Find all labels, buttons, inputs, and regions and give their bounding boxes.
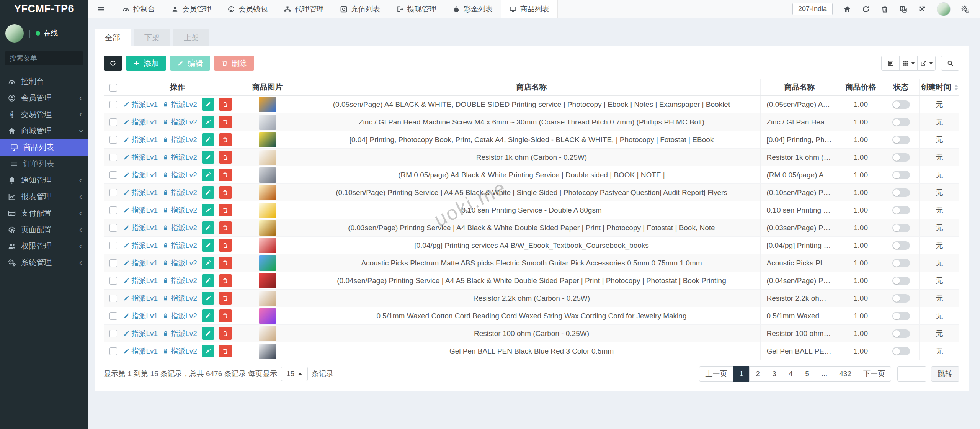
- prev-page-button[interactable]: 上一页: [699, 366, 733, 382]
- assign-lv1-link[interactable]: 指派Lv1: [123, 241, 158, 251]
- row-edit-button[interactable]: [202, 204, 214, 216]
- product-thumbnail[interactable]: [259, 273, 276, 288]
- status-toggle[interactable]: [892, 118, 910, 126]
- next-page-button[interactable]: 下一页: [857, 366, 891, 382]
- product-thumbnail[interactable]: [259, 150, 276, 165]
- row-edit-button[interactable]: [202, 169, 214, 181]
- row-checkbox[interactable]: [109, 277, 117, 285]
- row-checkbox[interactable]: [109, 189, 117, 196]
- columns-button[interactable]: [899, 56, 918, 71]
- assign-lv1-link[interactable]: 指派Lv1: [123, 135, 158, 145]
- row-edit-button[interactable]: [202, 292, 214, 305]
- settings-icon[interactable]: [961, 5, 969, 13]
- row-delete-button[interactable]: [219, 309, 232, 322]
- sidebar-item-mall[interactable]: 商城管理‹: [0, 123, 88, 139]
- assign-lv1-link[interactable]: 指派Lv1: [123, 205, 158, 215]
- tab-all[interactable]: 全部: [95, 29, 131, 46]
- product-thumbnail[interactable]: [259, 132, 276, 147]
- assign-lv2-link[interactable]: 指派Lv2: [162, 170, 197, 180]
- assign-lv2-link[interactable]: 指派Lv2: [162, 100, 197, 110]
- row-checkbox[interactable]: [109, 136, 117, 144]
- assign-lv1-link[interactable]: 指派Lv1: [123, 346, 158, 356]
- row-checkbox[interactable]: [109, 312, 117, 320]
- sidebar-item-product-list[interactable]: 商品列表: [0, 139, 88, 156]
- page-size-select[interactable]: 15: [281, 367, 308, 381]
- status-toggle[interactable]: [892, 241, 910, 250]
- product-thumbnail[interactable]: [259, 203, 276, 218]
- page-number-button[interactable]: 432: [833, 366, 858, 382]
- row-delete-button[interactable]: [219, 133, 232, 146]
- home-icon[interactable]: [843, 5, 851, 13]
- assign-lv1-link[interactable]: 指派Lv1: [123, 117, 158, 127]
- product-thumbnail[interactable]: [259, 255, 276, 271]
- assign-lv2-link[interactable]: 指派Lv2: [162, 205, 197, 215]
- sidebar-toggle-button[interactable]: [88, 0, 114, 18]
- row-delete-button[interactable]: [219, 239, 232, 252]
- row-checkbox[interactable]: [109, 171, 117, 179]
- page-number-button[interactable]: 1: [733, 366, 750, 382]
- topnav-item-bonus[interactable]: 彩金列表: [444, 0, 501, 18]
- row-edit-button[interactable]: [202, 257, 214, 269]
- sidebar-item-system[interactable]: 系统管理‹: [0, 254, 88, 271]
- row-edit-button[interactable]: [202, 116, 214, 128]
- product-thumbnail[interactable]: [259, 238, 276, 253]
- fullscreen-icon[interactable]: [918, 5, 926, 13]
- row-checkbox[interactable]: [109, 118, 117, 126]
- site-selector-button[interactable]: 207-India: [792, 3, 833, 15]
- row-edit-button[interactable]: [202, 186, 214, 199]
- status-toggle[interactable]: [892, 294, 910, 303]
- row-checkbox[interactable]: [109, 330, 117, 337]
- sidebar-item-reports[interactable]: 报表管理‹: [0, 188, 88, 205]
- delete-button[interactable]: 删除: [214, 56, 254, 71]
- select-all-checkbox[interactable]: [109, 84, 117, 92]
- export-button[interactable]: [917, 56, 936, 71]
- row-delete-button[interactable]: [219, 98, 232, 111]
- row-edit-button[interactable]: [202, 345, 214, 357]
- menu-search-input[interactable]: [10, 54, 98, 62]
- topnav-item-recharge[interactable]: 充值列表: [332, 0, 388, 18]
- status-toggle[interactable]: [892, 224, 910, 232]
- row-delete-button[interactable]: [219, 274, 232, 287]
- row-edit-button[interactable]: [202, 221, 214, 234]
- sidebar-item-notifications[interactable]: 通知管理‹: [0, 172, 88, 188]
- product-thumbnail[interactable]: [259, 326, 276, 341]
- row-edit-button[interactable]: [202, 327, 214, 340]
- topnav-item-members[interactable]: 会员管理: [163, 0, 219, 18]
- refresh-button[interactable]: [104, 56, 122, 71]
- sidebar-item-dashboard[interactable]: 控制台: [0, 73, 88, 90]
- page-number-button[interactable]: ...: [815, 366, 833, 382]
- status-toggle[interactable]: [892, 312, 910, 320]
- topnav-item-withdraw[interactable]: 提现管理: [388, 0, 444, 18]
- assign-lv2-link[interactable]: 指派Lv2: [162, 276, 197, 286]
- topnav-item-wallet[interactable]: 会员钱包: [219, 0, 276, 18]
- product-thumbnail[interactable]: [259, 220, 276, 236]
- row-checkbox[interactable]: [109, 206, 117, 214]
- sidebar-item-transactions[interactable]: B 交易管理‹: [0, 106, 88, 123]
- assign-lv2-link[interactable]: 指派Lv2: [162, 223, 197, 233]
- row-checkbox[interactable]: [109, 347, 117, 355]
- row-delete-button[interactable]: [219, 292, 232, 305]
- assign-lv1-link[interactable]: 指派Lv1: [123, 311, 158, 321]
- edit-button[interactable]: 编辑: [170, 56, 210, 71]
- assign-lv2-link[interactable]: 指派Lv2: [162, 258, 197, 268]
- row-delete-button[interactable]: [219, 257, 232, 269]
- row-checkbox[interactable]: [109, 224, 117, 232]
- product-thumbnail[interactable]: [259, 308, 276, 324]
- assign-lv1-link[interactable]: 指派Lv1: [123, 223, 158, 233]
- assign-lv1-link[interactable]: 指派Lv1: [123, 100, 158, 110]
- status-toggle[interactable]: [892, 100, 910, 109]
- refresh-icon[interactable]: [862, 5, 870, 13]
- status-toggle[interactable]: [892, 136, 910, 144]
- assign-lv2-link[interactable]: 指派Lv2: [162, 135, 197, 145]
- page-number-button[interactable]: 2: [749, 366, 766, 382]
- sidebar-item-payment-config[interactable]: 支付配置‹: [0, 205, 88, 221]
- assign-lv2-link[interactable]: 指派Lv2: [162, 188, 197, 198]
- table-search-button[interactable]: [941, 56, 959, 71]
- detail-view-button[interactable]: [881, 56, 900, 71]
- topnav-item-dashboard[interactable]: 控制台: [114, 0, 163, 18]
- status-toggle[interactable]: [892, 171, 910, 179]
- assign-lv2-link[interactable]: 指派Lv2: [162, 241, 197, 251]
- row-edit-button[interactable]: [202, 133, 214, 146]
- row-edit-button[interactable]: [202, 239, 214, 252]
- sidebar-item-permissions[interactable]: 权限管理‹: [0, 238, 88, 254]
